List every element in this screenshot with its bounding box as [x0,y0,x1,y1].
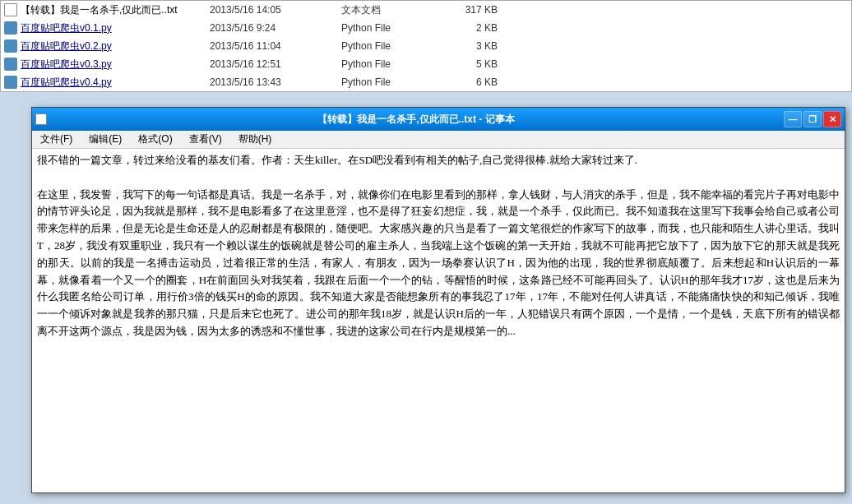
file-size: 3 KB [432,40,498,52]
file-type: Python File [333,76,432,88]
notepad-app-icon [35,113,47,125]
file-type: Python File [333,58,432,70]
file-row[interactable]: 百度贴吧爬虫v0.3.py 2013/5/16 12:51 Python Fil… [1,55,851,73]
minimize-button[interactable]: — [784,111,802,127]
py-file-icon [4,76,17,89]
notepad-text: 很不错的一篇文章，转过来给没看的基友们看。作者：天生killer。在SD吧没看到… [37,152,840,340]
file-name: 百度贴吧爬虫v0.4.py [21,76,201,90]
file-row[interactable]: 【转载】我是一名杀手,仅此而已..txt 2013/5/16 14:05 文本文… [1,1,851,19]
titlebar-controls: — ❐ ✕ [784,111,841,127]
file-size: 5 KB [432,58,498,70]
file-size: 6 KB [432,76,498,88]
txt-file-icon [4,3,17,16]
file-row[interactable]: 百度贴吧爬虫v0.1.py 2013/5/16 9:24 Python File… [1,19,851,37]
file-size: 317 KB [432,4,498,16]
file-date: 2013/5/16 14:05 [201,4,333,16]
py-file-icon [4,58,17,71]
menu-edit[interactable]: 编辑(E) [84,132,127,147]
restore-button[interactable]: ❐ [803,111,822,127]
notepad-content-area[interactable]: 很不错的一篇文章，转过来给没看的基友们看。作者：天生killer。在SD吧没看到… [32,149,845,492]
notepad-title: 【转载】我是一名杀手,仅此而已..txt - 记事本 [49,113,784,127]
file-size: 2 KB [432,22,498,34]
file-row[interactable]: 百度贴吧爬虫v0.2.py 2013/5/16 11:04 Python Fil… [1,37,851,55]
file-date: 2013/5/16 13:43 [201,76,333,88]
menu-file[interactable]: 文件(F) [35,132,77,147]
file-type: Python File [333,22,432,34]
file-name: 百度贴吧爬虫v0.2.py [21,39,201,53]
menu-help[interactable]: 帮助(H) [234,132,277,147]
file-type: 文本文档 [333,3,432,17]
close-button[interactable]: ✕ [823,111,841,127]
file-date: 2013/5/16 11:04 [201,40,333,52]
py-file-icon [4,39,17,53]
notepad-window: 【转载】我是一名杀手,仅此而已..txt - 记事本 — ❐ ✕ 文件(F) 编… [31,107,845,493]
file-date: 2013/5/16 9:24 [201,22,333,34]
file-name: 【转载】我是一名杀手,仅此而已..txt [21,3,201,17]
file-name: 百度贴吧爬虫v0.3.py [21,58,201,72]
py-file-icon [4,21,17,35]
file-date: 2013/5/16 12:51 [201,58,333,70]
notepad-menubar: 文件(F) 编辑(E) 格式(O) 查看(V) 帮助(H) [32,131,845,149]
file-row[interactable]: 百度贴吧爬虫v0.4.py 2013/5/16 13:43 Python Fil… [1,73,851,91]
file-name: 百度贴吧爬虫v0.1.py [21,21,201,35]
menu-format[interactable]: 格式(O) [133,132,177,147]
file-type: Python File [333,40,432,52]
file-explorer: 【转载】我是一名杀手,仅此而已..txt 2013/5/16 14:05 文本文… [0,0,852,92]
notepad-titlebar: 【转载】我是一名杀手,仅此而已..txt - 记事本 — ❐ ✕ [32,108,845,131]
menu-view[interactable]: 查看(V) [184,132,227,147]
